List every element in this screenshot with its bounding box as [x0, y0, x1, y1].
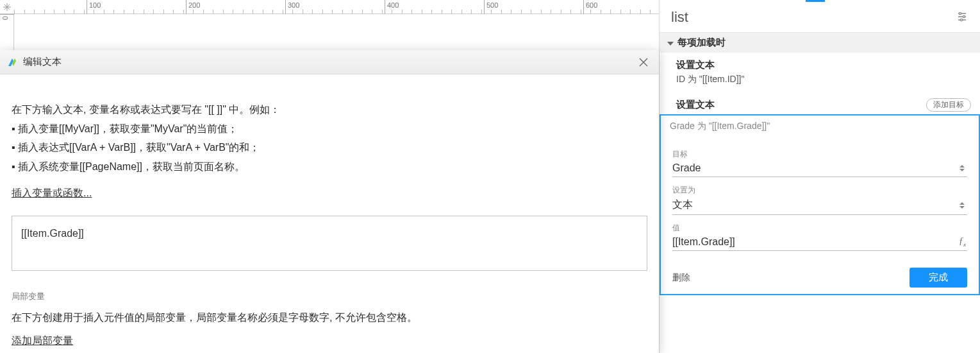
done-button[interactable]: 完成	[909, 268, 967, 288]
action-description: ID 为 "[[Item.ID]]"	[660, 74, 980, 92]
ruler-tick-label: 600	[583, 0, 597, 14]
horizontal-ruler: 100200300400500600	[0, 0, 659, 14]
action-config-form: 目标 Grade 设置为 文本 值 [[Item.Grade]] ƒx 删除	[661, 139, 979, 294]
ruler-tick-minor	[570, 10, 571, 14]
ruler-tick-label: 300	[285, 0, 299, 14]
ruler-tick-minor	[521, 10, 522, 14]
form-footer: 删除 完成	[672, 268, 967, 288]
ruler-tick-minor	[253, 10, 253, 14]
ruler-tick-label: 400	[385, 0, 399, 14]
ruler-tick-minor	[74, 10, 74, 14]
app-logo-icon	[6, 56, 18, 68]
ruler-tick-minor	[233, 10, 233, 14]
ruler-tick-minor	[481, 10, 482, 14]
interactions-panel: list 每项加载时 设置文本 ID 为 "[[Item.ID]]" 设置文本 …	[659, 0, 980, 353]
ruler-tick-minor	[64, 10, 65, 14]
ruler-tick-minor	[610, 10, 611, 14]
dialog-body: 在下方输入文本, 变量名称或表达式要写在 "[[ ]]" 中。例如： ▪ 插入变…	[0, 74, 659, 353]
setto-label: 设置为	[672, 185, 967, 196]
event-heading-label: 每项加载时	[677, 37, 726, 49]
widget-name[interactable]: list	[671, 9, 688, 26]
ruler-tick-minor	[650, 10, 651, 14]
ruler-tick-minor	[551, 10, 551, 14]
dialog-header[interactable]: 编辑文本	[0, 50, 659, 74]
ruler-tick-label: 500	[484, 0, 498, 14]
ruler-ticks: 100200300400500600	[14, 0, 659, 14]
ruler-tick-minor	[243, 10, 244, 14]
delete-action-link[interactable]: 删除	[672, 272, 690, 284]
ruler-tick-minor	[133, 10, 134, 14]
ruler-tick-minor	[471, 10, 472, 14]
ruler-tick-minor	[422, 10, 422, 14]
ruler-tick-minor	[312, 10, 313, 14]
ruler-tick-minor	[44, 10, 45, 14]
sliders-icon[interactable]	[956, 10, 968, 25]
design-canvas[interactable]	[14, 14, 659, 53]
vertical-ruler: 0	[0, 14, 14, 53]
ruler-tick-minor	[372, 10, 372, 14]
action-set-text-id[interactable]: 设置文本 ID 为 "[[Item.ID]]"	[660, 53, 980, 92]
ruler-tick-minor	[183, 10, 184, 14]
ruler-tick-label: 100	[87, 0, 101, 14]
value-text: [[Item.Grade]]	[672, 236, 735, 247]
ruler-tick-minor	[283, 10, 283, 14]
action-title: 设置文本	[676, 99, 715, 111]
ruler-tick-minor	[163, 10, 164, 14]
ruler-tick-minor	[54, 10, 54, 14]
local-vars-hint: 在下方创建用于插入元件值的局部变量，局部变量名称必须是字母数字, 不允许包含空格…	[12, 308, 647, 327]
setto-value: 文本	[672, 199, 693, 210]
ruler-tick-minor	[630, 10, 631, 14]
insert-var-or-fn-link[interactable]: 插入变量或函数...	[12, 184, 92, 203]
ruler-tick-label: 0	[0, 14, 14, 20]
fx-icon[interactable]: ƒx	[959, 236, 966, 248]
ruler-tick-minor	[14, 10, 15, 14]
close-icon[interactable]	[635, 53, 652, 71]
ruler-origin-icon	[0, 0, 14, 14]
ruler-tick-minor	[640, 10, 641, 14]
instructions-text: 在下方输入文本, 变量名称或表达式要写在 "[[ ]]" 中。例如： ▪ 插入变…	[12, 100, 647, 176]
svg-point-2	[960, 19, 962, 21]
ruler-tick-minor	[531, 10, 531, 14]
ruler-tick-minor	[451, 10, 452, 14]
actions-scroll: 设置文本 ID 为 "[[Item.ID]]" 设置文本 添加目标 Grade …	[660, 53, 980, 353]
setto-select[interactable]: 文本	[672, 196, 967, 215]
ruler-tick-minor	[342, 10, 343, 14]
instr-intro: 在下方输入文本, 变量名称或表达式要写在 "[[ ]]" 中。例如：	[12, 100, 647, 119]
ruler-tick-minor	[511, 10, 511, 14]
ruler-tick-minor	[402, 10, 403, 14]
event-heading[interactable]: 每项加载时	[660, 32, 980, 53]
svg-point-1	[963, 15, 965, 17]
ruler-tick-minor	[113, 10, 114, 14]
action-set-text-grade-header[interactable]: 设置文本 添加目标	[660, 92, 980, 114]
ruler-tick-minor	[501, 10, 502, 14]
dialog-title: 编辑文本	[23, 56, 62, 68]
add-target-button[interactable]: 添加目标	[926, 98, 971, 112]
ruler-tick-minor	[541, 10, 542, 14]
ruler-tick-minor	[203, 10, 204, 14]
ruler-tick-minor	[561, 10, 561, 14]
ruler-tick-minor	[263, 10, 263, 14]
ruler-tick-minor	[411, 10, 412, 14]
action-title: 设置文本	[660, 53, 980, 74]
ruler-tick-minor	[382, 10, 383, 14]
ruler-tick-minor	[24, 10, 25, 14]
value-label: 值	[672, 223, 967, 234]
value-input[interactable]: [[Item.Grade]] ƒx	[672, 234, 967, 251]
ruler-tick-minor	[153, 10, 154, 14]
target-select[interactable]: Grade	[672, 160, 967, 177]
ruler-tick-minor	[332, 10, 333, 14]
ruler-tick-minor	[352, 10, 353, 14]
action-description: Grade 为 "[[Item.Grade]]"	[661, 116, 979, 139]
add-local-var-link[interactable]: 添加局部变量	[12, 331, 73, 350]
ruler-tick-minor	[223, 10, 224, 14]
ruler-tick-minor	[322, 10, 323, 14]
ruler-tick-minor	[461, 10, 462, 14]
ruler-tick-minor	[213, 10, 213, 14]
instr-example: ▪ 插入表达式[[VarA + VarB]]，获取"VarA + VarB"的和…	[12, 138, 647, 157]
expression-input[interactable]: [[Item.Grade]]	[12, 216, 647, 271]
chevron-down-icon	[667, 42, 674, 46]
target-label: 目标	[672, 149, 967, 160]
ruler-tick-minor	[84, 10, 85, 14]
ruler-tick-minor	[272, 10, 273, 14]
svg-point-0	[959, 12, 961, 14]
